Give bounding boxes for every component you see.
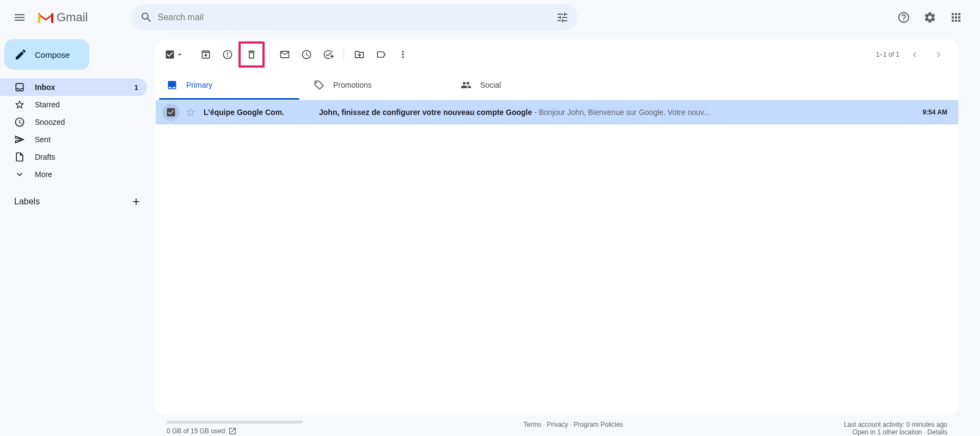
header-bar: Gmail xyxy=(0,0,980,35)
compose-label: Compose xyxy=(35,50,70,59)
sidebar-item-label: More xyxy=(35,170,52,179)
sidebar-item-label: Snoozed xyxy=(35,118,65,126)
privacy-link[interactable]: Privacy xyxy=(547,421,568,428)
tab-promotions[interactable]: Promotions xyxy=(303,70,450,100)
tab-primary[interactable]: Primary xyxy=(156,70,303,100)
send-icon xyxy=(14,134,25,145)
next-page-button[interactable] xyxy=(928,44,950,65)
pagination-info: 1–1 of 1 xyxy=(876,44,950,65)
tab-label: Social xyxy=(480,81,501,89)
sidebar-item-label: Sent xyxy=(35,135,51,144)
chevron-left-icon xyxy=(909,49,920,60)
sidebar-item-more[interactable]: More xyxy=(0,166,147,183)
main-menu-button[interactable] xyxy=(7,4,33,31)
toolbar-divider xyxy=(269,48,270,61)
email-list: L'équipe Google Com. John, finissez de c… xyxy=(156,100,958,415)
details-link[interactable]: Details xyxy=(927,428,947,436)
labels-header: Labels xyxy=(0,183,156,214)
search-options-button[interactable] xyxy=(552,7,573,28)
apps-grid-icon xyxy=(950,11,963,24)
trash-icon xyxy=(246,49,257,60)
pencil-icon xyxy=(14,48,27,61)
tag-icon xyxy=(314,80,324,90)
help-icon xyxy=(897,11,910,24)
settings-button[interactable] xyxy=(919,7,941,28)
move-to-button[interactable] xyxy=(348,44,370,65)
email-snippet-separator: - xyxy=(532,108,538,117)
search-icon xyxy=(140,11,153,24)
main-panel: 1–1 of 1 Primary Promotions xyxy=(156,35,980,436)
mail-icon xyxy=(279,49,290,60)
email-subject: John, finissez de configurer votre nouve… xyxy=(319,108,532,117)
delete-button[interactable] xyxy=(238,41,265,68)
email-subject-preview: John, finissez de configurer votre nouve… xyxy=(319,108,918,117)
footer-links: Terms · Privacy · Program Policies xyxy=(303,421,844,428)
sidebar-item-label: Starred xyxy=(35,100,60,109)
sidebar-item-drafts[interactable]: Drafts xyxy=(0,148,147,166)
archive-button[interactable] xyxy=(195,44,217,65)
snooze-button[interactable] xyxy=(296,44,317,65)
add-label-button[interactable] xyxy=(128,194,144,209)
star-icon xyxy=(14,99,25,110)
search-button[interactable] xyxy=(136,7,157,28)
gmail-logo-text: Gmail xyxy=(57,10,88,25)
email-time: 9:54 AM xyxy=(918,108,952,116)
search-bar[interactable] xyxy=(131,4,578,31)
prev-page-button[interactable] xyxy=(904,44,926,65)
toolbar-divider xyxy=(344,48,344,61)
email-star-button[interactable] xyxy=(182,104,199,121)
sidebar-item-label: Drafts xyxy=(35,153,55,161)
add-to-tasks-button[interactable] xyxy=(317,44,339,65)
support-button[interactable] xyxy=(893,7,915,28)
dropdown-caret-icon xyxy=(175,50,184,59)
tab-social[interactable]: Social xyxy=(450,70,597,100)
labels-title: Labels xyxy=(14,197,40,207)
select-all[interactable] xyxy=(164,49,184,60)
inbox-count: 1 xyxy=(134,83,138,92)
report-spam-button[interactable] xyxy=(217,44,238,65)
last-activity-text: Last account activity: 0 minutes ago xyxy=(844,421,947,428)
gmail-logo-icon xyxy=(37,11,54,24)
sidebar-item-inbox[interactable]: Inbox 1 xyxy=(0,78,147,96)
inbox-icon xyxy=(167,80,177,90)
footer: 0 GB of 15 GB used Terms · Privacy · Pro… xyxy=(156,415,958,436)
compose-button[interactable]: Compose xyxy=(4,39,89,70)
archive-icon xyxy=(200,49,211,60)
tab-label: Promotions xyxy=(333,81,372,89)
email-row[interactable]: L'équipe Google Com. John, finissez de c… xyxy=(156,100,958,124)
labels-button[interactable] xyxy=(370,44,392,65)
sidebar-item-label: Inbox xyxy=(35,83,55,92)
email-checkbox[interactable] xyxy=(162,104,180,121)
sidebar-item-sent[interactable]: Sent xyxy=(0,131,147,148)
chevron-down-icon xyxy=(14,169,25,180)
gmail-logo[interactable]: Gmail xyxy=(37,10,88,25)
terms-link[interactable]: Terms xyxy=(524,421,542,428)
tab-label: Primary xyxy=(186,81,212,89)
mark-unread-button[interactable] xyxy=(274,44,296,65)
people-icon xyxy=(461,80,471,90)
tune-icon xyxy=(556,11,569,24)
sidebar: Compose Inbox 1 Starred Snoozed Sent Dra… xyxy=(0,35,156,436)
category-tabs: Primary Promotions Social xyxy=(156,70,958,100)
report-spam-icon xyxy=(222,49,233,60)
open-external-icon[interactable] xyxy=(228,427,237,435)
plus-icon xyxy=(131,196,142,207)
clock-icon xyxy=(14,117,25,128)
hamburger-icon xyxy=(13,11,26,24)
storage-info: 0 GB of 15 GB used xyxy=(167,421,303,435)
file-icon xyxy=(14,152,25,162)
apps-button[interactable] xyxy=(945,7,967,28)
sidebar-item-snoozed[interactable]: Snoozed xyxy=(0,113,147,131)
more-actions-button[interactable] xyxy=(392,44,414,65)
policies-link[interactable]: Program Policies xyxy=(574,421,623,428)
checkbox-checked-icon xyxy=(166,107,176,118)
page-range: 1–1 of 1 xyxy=(876,51,899,58)
label-icon xyxy=(376,49,387,60)
more-vert-icon xyxy=(397,49,408,60)
search-input[interactable] xyxy=(157,13,552,22)
move-to-folder-icon xyxy=(354,49,365,60)
open-locations-text: Open in 1 other location xyxy=(853,428,922,436)
sidebar-item-starred[interactable]: Starred xyxy=(0,96,147,113)
storage-text: 0 GB of 15 GB used xyxy=(167,427,225,435)
chevron-right-icon xyxy=(933,49,944,60)
